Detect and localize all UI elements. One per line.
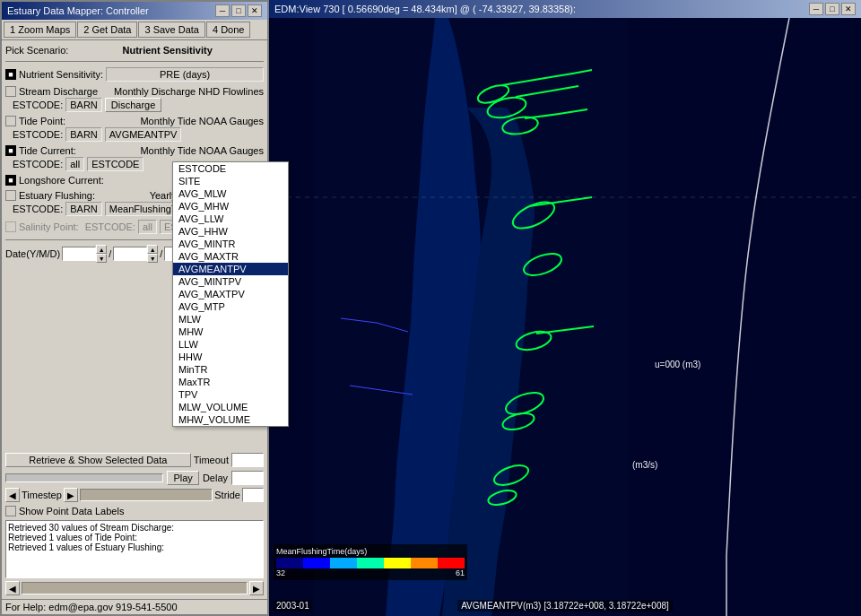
done-button[interactable]: 4 Done xyxy=(206,22,250,38)
delay-input[interactable]: 100 xyxy=(231,471,264,485)
legend-color-1 xyxy=(276,558,303,568)
year-up-button[interactable]: ▲ xyxy=(96,245,107,254)
map-maximize-button[interactable]: □ xyxy=(825,3,839,15)
zoom-maps-button[interactable]: 1 Zoom Maps xyxy=(4,22,76,38)
year-spinner: 2000 ▲ ▼ xyxy=(62,245,107,263)
map-close-button[interactable]: ✕ xyxy=(841,3,856,15)
stream-discharge-row: Stream Discharge Monthly Discharge NHD F… xyxy=(5,85,264,98)
date-slash-1: / xyxy=(109,248,111,259)
tide-point-row: Tide Point: Monthly Tide NOAA Gauges xyxy=(5,115,264,127)
dropdown-item-hhw[interactable]: HHW xyxy=(173,351,288,363)
maximize-button[interactable]: □ xyxy=(231,4,246,17)
legend-color-5 xyxy=(384,558,411,568)
tide-current-estcode2-value: ESTCODE xyxy=(87,157,144,171)
retrieve-button[interactable]: Retrieve & Show Selected Data xyxy=(5,453,191,467)
nutrient-sensitivity-checkbox[interactable]: ■ xyxy=(5,69,16,80)
dropdown-item-avg-mintpv[interactable]: AVG_MINTPV xyxy=(173,275,288,288)
salinity-point-label: Salinity Point: xyxy=(19,221,79,232)
stream-discharge-checkbox[interactable] xyxy=(5,86,16,97)
year-input[interactable]: 2000 xyxy=(62,247,96,261)
get-data-button[interactable]: 2 Get Data xyxy=(77,22,137,38)
map-title-bar: EDM:View 730 [ 0.56690deg = 48.434km] @ … xyxy=(269,0,861,18)
tide-point-checkbox[interactable] xyxy=(5,116,16,126)
legend-max-value: 61 xyxy=(456,568,465,577)
stream-discharge-label: Stream Discharge xyxy=(19,86,98,97)
tide-current-row: ■ Tide Current: Monthly Tide NOAA Gauges xyxy=(5,144,264,157)
tide-current-estcode-value: all xyxy=(65,157,84,171)
stream-discharge-estcode-row: ESTCODE: BARN Discharge xyxy=(5,98,264,112)
dropdown-item-avg-hhw[interactable]: AVG_HHW xyxy=(173,225,288,238)
play-button[interactable]: Play xyxy=(167,471,198,485)
estuary-flushing-checkbox[interactable] xyxy=(5,190,16,201)
month-input[interactable]: 01 xyxy=(113,247,147,261)
stream-discharge-estcode-value: BARN xyxy=(65,98,102,112)
timeout-label: Timeout xyxy=(194,455,229,465)
tide-point-section: Tide Point: Monthly Tide NOAA Gauges EST… xyxy=(5,115,264,142)
dropdown-item-avg-maxtr[interactable]: AVG_MAXTR xyxy=(173,250,288,263)
tide-point-estcode-row: ESTCODE: BARN AVGMEANTPV xyxy=(5,127,264,142)
dropdown-item-estcode[interactable]: ESTCODE xyxy=(173,162,288,175)
map-canvas[interactable]: 40 u=000 (m3) (m3/s) MeanFlushingTime(da… xyxy=(269,18,861,616)
log-scroll-left-button[interactable]: ◀ xyxy=(5,581,20,595)
dropdown-item-llw[interactable]: LLW xyxy=(173,338,288,351)
longshore-current-checkbox[interactable]: ■ xyxy=(5,175,16,186)
stream-discharge-button[interactable]: Discharge xyxy=(105,98,162,112)
dropdown-item-mlw-volume[interactable]: MLW_VOLUME xyxy=(173,401,288,413)
log-scroll-track[interactable] xyxy=(22,582,248,594)
tide-current-checkbox[interactable]: ■ xyxy=(5,145,16,156)
dropdown-item-avgmeantpv[interactable]: AVGMEANTPV xyxy=(173,263,288,275)
minimize-button[interactable]: ─ xyxy=(215,4,230,17)
map-title: EDM:View 730 [ 0.56690deg = 48.434km] @ … xyxy=(274,4,576,14)
map-legend: MeanFlushingTime(days) 32 61 xyxy=(274,544,467,580)
dropdown-item-avg-mintr[interactable]: AVG_MINTR xyxy=(173,238,288,250)
legend-color-7 xyxy=(438,558,465,568)
dropdown-item-mintr[interactable]: MinTR xyxy=(173,363,288,376)
log-line-2: Retrieved 1 values of Tide Point: xyxy=(8,533,261,542)
year-down-button[interactable]: ▼ xyxy=(96,254,107,263)
log-scroll-right-button[interactable]: ▶ xyxy=(249,581,264,595)
dropdown-item-mhw[interactable]: MHW xyxy=(173,325,288,338)
dropdown-item-avg-mhw[interactable]: AVG_MHW xyxy=(173,200,288,213)
dropdown-item-tpv[interactable]: TPV xyxy=(173,388,288,401)
dropdown-item-avg-mtp[interactable]: AVG_MTP xyxy=(173,300,288,313)
salinity-point-estcode-value: all xyxy=(138,220,157,234)
map-minimize-button[interactable]: ─ xyxy=(809,3,823,15)
show-labels-checkbox[interactable] xyxy=(5,506,16,516)
timestep-back-button[interactable]: ◀ xyxy=(5,488,20,502)
dropdown-item-mlw[interactable]: MLW xyxy=(173,313,288,325)
stream-discharge-estcode-label: ESTCODE: xyxy=(13,100,63,110)
month-up-button[interactable]: ▲ xyxy=(147,245,158,254)
toolbar: 1 Zoom Maps 2 Get Data 3 Save Data 4 Don… xyxy=(2,20,267,40)
tide-point-dropdown-value[interactable]: AVGMEANTPV xyxy=(105,127,182,142)
nutrient-sensitivity-row: ■ Nutrient Sensitivity: PRE (days) xyxy=(5,66,264,82)
tide-point-label: Tide Point: xyxy=(19,116,65,126)
status-bar: For Help: edm@epa.gov 919-541-5500 xyxy=(2,599,267,614)
map-coords: 2003-01 xyxy=(274,600,312,612)
playback-row: Play Delay 100 xyxy=(5,471,264,485)
dropdown-item-avg-maxtpv[interactable]: AVG_MAXTPV xyxy=(173,288,288,300)
dropdown-item-site[interactable]: SITE xyxy=(173,175,288,187)
map-panel: EDM:View 730 [ 0.56690deg = 48.434km] @ … xyxy=(269,0,861,616)
estuary-flushing-estcode-value: BARN xyxy=(65,202,102,216)
timeout-input[interactable]: 300 xyxy=(231,453,264,467)
stride-label: Stride xyxy=(214,490,240,500)
dropdown-item-maxtr[interactable]: MaxTR xyxy=(173,376,288,388)
save-data-button[interactable]: 3 Save Data xyxy=(138,22,205,38)
legend-color-4 xyxy=(357,558,384,568)
tide-point-estcode-value: BARN xyxy=(65,127,102,142)
legend-title: MeanFlushingTime(days) xyxy=(276,547,465,556)
timestep-forward-button[interactable]: ▶ xyxy=(64,488,78,502)
status-text: For Help: edm@epa.gov 919-541-5500 xyxy=(5,602,178,612)
close-button[interactable]: ✕ xyxy=(248,4,262,17)
stride-input[interactable]: 1 xyxy=(242,488,264,502)
timestep-track[interactable] xyxy=(80,489,213,501)
month-down-button[interactable]: ▼ xyxy=(147,254,158,263)
show-labels-row: Show Point Data Labels xyxy=(5,505,264,517)
tide-current-estcode-label: ESTCODE: xyxy=(13,159,63,169)
dropdown-item-avg-mlw[interactable]: AVG_MLW xyxy=(173,187,288,200)
salinity-point-checkbox[interactable] xyxy=(5,221,16,232)
estuary-flushing-label: Estuary Flushing: xyxy=(19,190,95,201)
dropdown-item-avg-llw[interactable]: AVG_LLW xyxy=(173,213,288,225)
dropdown-item-mhw-volume[interactable]: MHW_VOLUME xyxy=(173,413,288,426)
tide-point-sublabel: Monthly Tide NOAA Gauges xyxy=(68,116,264,126)
